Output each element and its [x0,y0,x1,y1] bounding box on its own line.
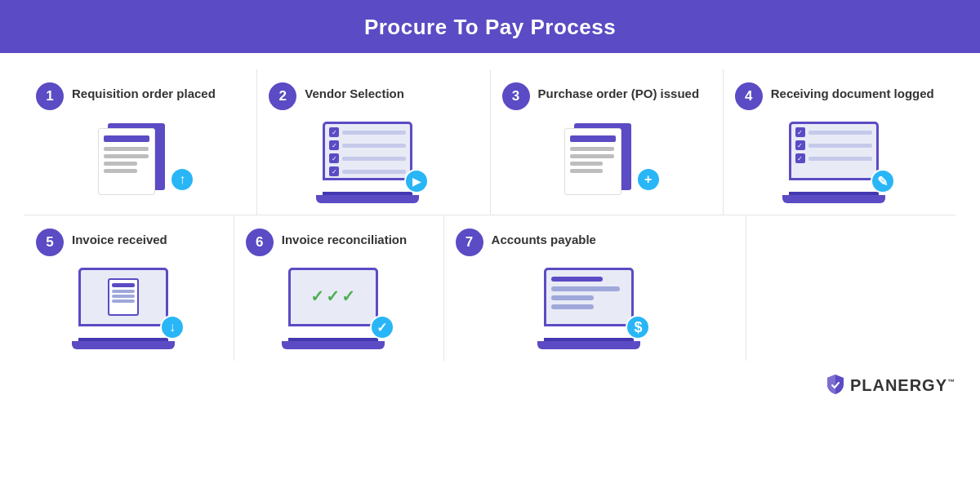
step-1-illustration: ↑ [83,122,198,203]
step-3-header: 3 Purchase order (PO) issued [502,82,711,110]
step-2-title: Vendor Selection [305,82,404,102]
brand-name: PLANERGY™ [850,376,956,395]
empty-cell-1 [746,215,956,361]
step-2-header: 2 Vendor Selection [269,82,478,110]
step-4-header: 4 Receiving document logged [735,82,944,110]
step-1-cell: 1 Requisition order placed ↑ [24,69,257,215]
step-7-title: Accounts payable [492,228,596,248]
step-5-cell: 5 Invoice received [24,215,234,361]
step-4-cell: 4 Receiving document logged ✓ ✓ ✓ [724,69,956,215]
step-4-number: 4 [735,82,763,110]
grid-row-2: 5 Invoice received [24,215,956,361]
step-5-badge: ↓ [160,315,185,339]
step-5-illustration: ↓ [72,268,186,349]
step-7-badge: $ [626,315,650,339]
step-2-illustration: ✓ ✓ ✓ ✓ [316,122,430,203]
step-4-illustration: ✓ ✓ ✓ ✎ [782,122,897,203]
step-5-number: 5 [36,228,64,256]
step-2-badge: ▶ [404,169,429,193]
step-7-number: 7 [456,228,483,256]
page-title: Procure To Pay Process [364,15,616,39]
planergy-shield-icon [826,374,845,397]
step-5-header: 5 Invoice received [36,228,222,256]
step-6-badge: ✓ [370,315,394,339]
doc-front [98,128,155,195]
step-2-cell: 2 Vendor Selection ✓ ✓ ✓ [257,69,490,215]
laptop-screen: ✓ ✓ ✓ ✓ [323,122,412,180]
step-7-cell: 7 Accounts payable $ [444,215,747,361]
step-4-badge: ✎ [871,169,895,193]
step-6-cell: 6 Invoice reconciliation ✓ ✓ ✓ ✓ [234,215,444,361]
step-3-number: 3 [502,82,530,110]
step-2-number: 2 [269,82,296,110]
step-1-header: 1 Requisition order placed [36,82,245,110]
step-3-badge: + [636,167,661,192]
step-6-title: Invoice reconciliation [282,228,407,248]
page-header: Procure To Pay Process [0,0,980,53]
footer: PLANERGY™ [0,369,980,401]
step-1-title: Requisition order placed [72,82,216,102]
step-5-title: Invoice received [72,228,167,248]
step-3-cell: 3 Purchase order (PO) issued + [491,69,724,215]
step-6-number: 6 [246,228,274,256]
step-4-title: Receiving document logged [771,82,934,102]
step-7-header: 7 Accounts payable [456,228,735,256]
step-7-illustration: $ [537,268,652,349]
step-3-illustration: + [550,122,664,203]
step-6-header: 6 Invoice reconciliation [246,228,432,256]
step-6-illustration: ✓ ✓ ✓ ✓ [282,268,396,349]
main-content: 1 Requisition order placed ↑ [0,53,980,369]
step-1-badge: ↑ [170,167,194,192]
grid-row-1: 1 Requisition order placed ↑ [24,69,956,215]
step-1-number: 1 [36,82,64,110]
step-3-title: Purchase order (PO) issued [538,82,700,102]
